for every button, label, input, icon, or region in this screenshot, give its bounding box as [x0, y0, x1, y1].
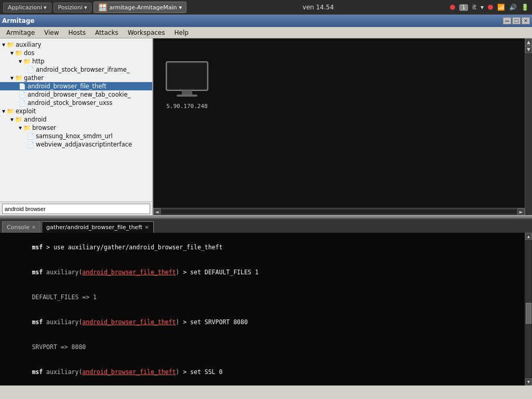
tree-label-browser: browser [32, 124, 56, 131]
window-icon: 🪟 [98, 3, 107, 11]
console-scroll-thumb [526, 303, 531, 324]
folder-expand-icon-dos: ▾ [10, 49, 14, 57]
search-input[interactable] [2, 204, 150, 214]
apps-chevron: ▾ [44, 4, 47, 11]
folder-expand-icon-gather: ▾ [10, 74, 14, 82]
tree-node-android-browser-file-theft[interactable]: 📄 android_browser_file_theft [0, 82, 152, 90]
module-highlight-6: android_browser_file_theft [82, 368, 176, 376]
maximize-btn[interactable]: □ [512, 17, 521, 24]
power-dot [488, 5, 493, 10]
tree-node-exploit[interactable]: ▾ 📁 exploit [0, 107, 152, 115]
scroll-down-arrow[interactable]: ▼ [525, 46, 532, 53]
positions-menu[interactable]: Posizioni ▾ [54, 3, 92, 12]
positions-chevron: ▾ [84, 4, 87, 11]
hosts-graph-panel[interactable]: 5.90.170.248 ▲ ▼ ◄ ► [153, 38, 532, 215]
console-line-7: SSL => 0 [3, 384, 529, 385]
tree-node-android-stock-uxss[interactable]: 📄 android_stock_browser_uxss [0, 99, 152, 107]
window-controls: — □ ✕ [503, 17, 530, 24]
lang-chevron: ▾ [481, 4, 484, 11]
console-scrollbar[interactable]: ▲ ▼ [525, 233, 532, 385]
folder-img-exploit: 📁 [7, 108, 14, 115]
file-icon-2: 📄 [19, 91, 26, 98]
scroll-up-arrow[interactable]: ▲ [525, 38, 532, 46]
module-highlight-2: android_browser_file_theft [82, 269, 176, 276]
tree-node-dos[interactable]: ▾ 📁 dos [0, 49, 152, 57]
menu-armitage[interactable]: Armitage [2, 28, 39, 37]
module-tree-panel: ▾ 📁 auxiliary ▾ 📁 dos ▾ 📁 http [0, 38, 153, 215]
tree-node-http[interactable]: ▾ 📁 http [0, 57, 152, 65]
monitor-svg [164, 59, 210, 101]
module-tree: ▾ 📁 auxiliary ▾ 📁 dos ▾ 📁 http [0, 38, 152, 202]
tree-label-android-browser-new-tab: android_browser_new_tab_cookie_ [28, 91, 130, 98]
tree-label-gather: gather [24, 74, 44, 82]
menu-view[interactable]: View [40, 28, 63, 37]
apps-label: Applicazioni [8, 4, 42, 11]
menu-attacks[interactable]: Attacks [91, 28, 123, 37]
svg-rect-2 [182, 90, 192, 95]
battery-icon: 🔋 [521, 4, 529, 11]
close-btn[interactable]: ✕ [522, 17, 530, 24]
tree-label-android-browser-file-theft: android_browser_file_theft [28, 83, 107, 90]
aux-label-4: auxiliary( [43, 318, 82, 326]
tab-gather[interactable]: gather/android_browser_file_theft ✕ [42, 221, 153, 233]
file-icon-4: 📄 [27, 133, 34, 140]
os-bar-right: 1 it ▾ 📶 🔊 🔋 [450, 4, 529, 11]
h-scroll-right[interactable]: ► [517, 208, 525, 215]
app-window: Armitage — □ ✕ Armitage View Hosts Attac… [0, 15, 532, 399]
tab-console[interactable]: Console ✕ [2, 221, 41, 233]
tree-node-android-browser-new-tab[interactable]: 📄 android_browser_new_tab_cookie_ [0, 90, 152, 99]
tree-label-android-stock-iframe: android_stock_browser_iframe_ [36, 66, 129, 73]
console-panel: Console ✕ gather/android_browser_file_th… [0, 218, 532, 385]
search-bar [0, 202, 152, 215]
tree-node-webview[interactable]: 📄 webview_addjavascriptinterface [0, 140, 152, 149]
console-scroll-up[interactable]: ▲ [525, 233, 532, 240]
h-scroll-left[interactable]: ◄ [153, 208, 161, 215]
minimize-btn[interactable]: — [503, 17, 511, 24]
tree-node-android-stock-iframe[interactable]: 📄 android_stock_browser_iframe_ [0, 65, 152, 74]
cmd-4: > set SRVPORT 8080 [179, 318, 248, 326]
tab-console-label: Console [7, 224, 30, 231]
right-panel-scrollbar[interactable]: ▲ ▼ [525, 38, 532, 215]
folder-img-icon: 📁 [7, 41, 14, 48]
file-icon-selected: 📄 [19, 83, 26, 90]
file-icon-5: 📄 [27, 141, 34, 148]
output-3: DEFAULT_FILES => 1 [32, 294, 97, 301]
console-scroll-down[interactable]: ▼ [525, 378, 532, 385]
aux-label-6: auxiliary( [43, 368, 82, 376]
tab-console-close[interactable]: ✕ [32, 224, 36, 230]
tab-gather-label: gather/android_browser_file_theft [46, 224, 142, 231]
tree-label-webview: webview_addjavascriptinterface [36, 141, 132, 148]
module-highlight-4: android_browser_file_theft [82, 318, 176, 326]
menu-hosts[interactable]: Hosts [64, 28, 90, 37]
cmd-1: > use auxiliary/gather/android_browser_f… [43, 244, 222, 251]
tree-label-auxiliary: auxiliary [16, 41, 41, 48]
active-window-btn[interactable]: 🪟 armitage-ArmitageMain ▾ [94, 2, 187, 13]
console-output: msf > use auxiliary/gather/android_brows… [0, 233, 532, 385]
folder-img-gather: 📁 [15, 74, 22, 82]
msf-label-6: msf [32, 368, 43, 376]
tree-node-browser[interactable]: ▾ 📁 browser [0, 124, 152, 132]
folder-expand-icon-http: ▾ [19, 58, 22, 65]
menu-help[interactable]: Help [170, 28, 192, 37]
tree-node-samsung-knox[interactable]: 📄 samsung_knox_smdm_url [0, 132, 152, 140]
tree-node-auxiliary[interactable]: ▾ 📁 auxiliary [0, 41, 152, 49]
tree-label-android-exploit: android [24, 116, 47, 123]
host-node[interactable]: 5.90.170.248 [164, 59, 210, 110]
tab-gather-close[interactable]: ✕ [144, 224, 149, 230]
console-line-5: SRVPORT => 8080 [3, 335, 529, 360]
tree-node-gather[interactable]: ▾ 📁 gather [0, 74, 152, 82]
msf-label-4: msf [32, 318, 43, 326]
window-number: 1 [459, 4, 468, 11]
os-bar-center: ven 14.54 [302, 4, 334, 11]
positions-label: Posizioni [58, 4, 83, 11]
lang-indicator: it [472, 4, 476, 11]
msf-label-1: msf [32, 244, 43, 251]
msf-label-2: msf [32, 269, 43, 276]
menu-workspaces[interactable]: Workspaces [124, 28, 169, 37]
tree-node-android-exploit[interactable]: ▾ 📁 android [0, 115, 152, 124]
folder-expand-icon-android: ▾ [10, 116, 14, 123]
title-bar: Armitage — □ ✕ [0, 15, 532, 27]
apps-menu[interactable]: Applicazioni ▾ [3, 3, 51, 12]
console-scroll-track [526, 241, 531, 378]
datetime: ven 14.54 [302, 4, 334, 11]
